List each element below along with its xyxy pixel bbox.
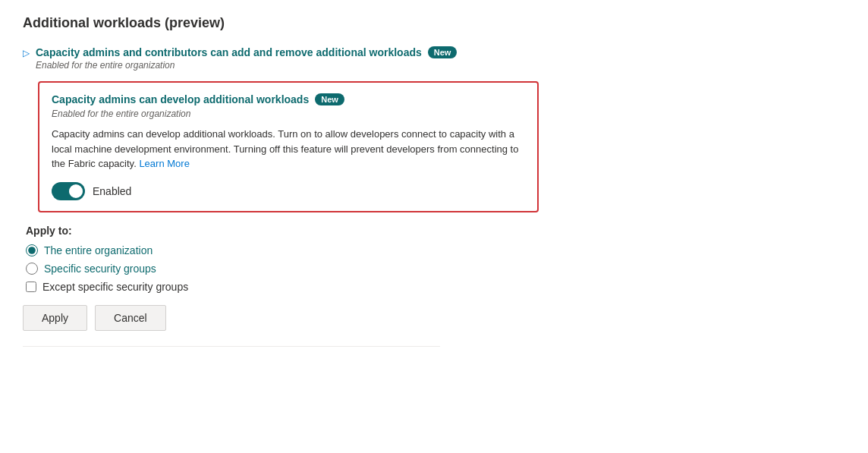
page-title: Additional workloads (preview) — [23, 15, 845, 31]
learn-more-link[interactable]: Learn More — [139, 158, 189, 169]
description-text-content: Capacity admins can develop additional w… — [52, 128, 518, 169]
apply-to-title: Apply to: — [26, 225, 845, 237]
radio-entire-org-label: The entire organization — [44, 244, 153, 256]
workload-item-2-subtitle: Enabled for the entire organization — [52, 109, 525, 119]
section-divider — [23, 346, 440, 347]
toggle-label: Enabled — [93, 185, 131, 197]
workload-item-1-content: Capacity admins and contributors can add… — [36, 46, 845, 71]
enabled-toggle[interactable] — [52, 182, 85, 200]
cancel-button[interactable]: Cancel — [95, 305, 166, 331]
workload-item-2-panel: Capacity admins can develop additional w… — [38, 81, 539, 212]
checkbox-except-groups-label: Except specific security groups — [42, 281, 188, 293]
checkbox-except-groups[interactable]: Except specific security groups — [26, 281, 845, 293]
apply-to-section: Apply to: The entire organization Specif… — [26, 225, 845, 293]
radio-specific-groups-input[interactable] — [26, 263, 38, 275]
button-row: Apply Cancel — [23, 305, 845, 331]
workload-item-1: ▷ Capacity admins and contributors can a… — [23, 46, 845, 71]
radio-entire-org-input[interactable] — [26, 244, 38, 256]
radio-specific-groups-label: Specific security groups — [44, 263, 156, 275]
workload-item-1-badge: New — [428, 46, 458, 58]
workload-item-1-header: Capacity admins and contributors can add… — [36, 46, 845, 58]
workload-item-2-description: Capacity admins can develop additional w… — [52, 127, 525, 171]
radio-specific-groups[interactable]: Specific security groups — [26, 263, 845, 275]
checkbox-except-groups-input[interactable] — [26, 282, 36, 292]
radio-entire-org[interactable]: The entire organization — [26, 244, 845, 256]
apply-button[interactable]: Apply — [23, 305, 87, 331]
workload-item-2-header: Capacity admins can develop additional w… — [52, 93, 525, 105]
workload-item-1-subtitle: Enabled for the entire organization — [36, 60, 845, 71]
workload-item-1-title: Capacity admins and contributors can add… — [36, 46, 422, 58]
toggle-thumb — [69, 184, 83, 198]
workload-item-2-title: Capacity admins can develop additional w… — [52, 93, 309, 105]
chevron-right-icon[interactable]: ▷ — [23, 48, 30, 58]
toggle-row: Enabled — [52, 182, 525, 200]
workload-item-2-badge: New — [315, 93, 344, 105]
toggle-track — [52, 182, 85, 200]
